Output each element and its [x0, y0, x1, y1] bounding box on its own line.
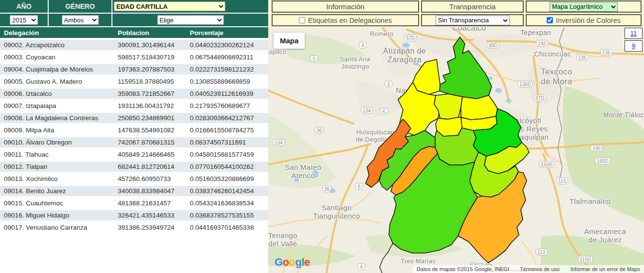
delegacion-cell: 09015. Cuauhtemoc — [0, 197, 114, 209]
table-row[interactable]: 09017. Venustiano Carranza391386.2539497… — [0, 221, 268, 234]
table-row[interactable]: 09011. Tlahuac405849.2146664650.04580156… — [0, 148, 268, 161]
year-label: AÑO — [16, 2, 31, 10]
informacion-header: Información — [272, 0, 419, 13]
inversion-checkbox[interactable] — [547, 17, 553, 23]
table-header-row: Delegación Poblacion Porcentaje — [0, 27, 268, 39]
table-row[interactable]: 09015. Cuauhtemoc481368.216314570.054324… — [0, 197, 268, 209]
poblacion-cell: 682441.812720614 — [114, 161, 186, 173]
table-row[interactable]: 09003. Coyoacan598517.5184307190.0675448… — [0, 51, 268, 63]
transparencia-header: Transparencia — [421, 0, 524, 13]
poblacion-cell: 147638.554991082 — [114, 124, 186, 136]
poblacion-cell: 391386.253949724 — [114, 221, 186, 234]
poblacion-cell: 1159518.37880495 — [114, 75, 186, 88]
elige-select[interactable]: Elige — [157, 15, 224, 25]
table-row[interactable]: 09016. Miguel Hidalgo326421.4351465330.0… — [0, 209, 268, 221]
delegacion-cell: 09003. Coyoacan — [0, 51, 114, 63]
poblacion-cell: 405849.214666465 — [114, 148, 186, 161]
porcentaje-cell: 0.0166615508784275 — [186, 124, 268, 136]
delegacion-cell: 09007. Iztapalapa — [0, 100, 114, 112]
col-poblacion: Poblacion — [114, 27, 186, 39]
maptype-header: Mapa Logarítmico — [526, 0, 642, 13]
filter-bar: AÑO GÉNERO EDAD CARTILLA 2015 Ambos Elig… — [0, 0, 268, 27]
google-logo-letter: o — [283, 256, 289, 268]
delegaciones-table: Delegación Poblacion Porcentaje 09002. A… — [0, 27, 268, 235]
delegacion-cell: 09010. Álvaro Obregon — [0, 136, 114, 148]
delegacion-cell: 09008. La Magdalena Contreras — [0, 112, 114, 124]
edad-cartilla-select[interactable]: EDAD CARTILLA — [114, 1, 225, 11]
poblacion-cell: 326421.435146533 — [114, 209, 186, 221]
porcentaje-cell: 0.0675448908692311 — [186, 51, 268, 63]
porcentaje-cell: 0.217935760689677 — [186, 100, 268, 112]
delegacion-cell: 09014. Benito Juarez — [0, 185, 114, 197]
porcentaje-cell: 0.0283093664212767 — [186, 112, 268, 124]
poblacion-cell: 742067.870681315 — [114, 136, 186, 148]
delegacion-cell: 09011. Tlahuac — [0, 148, 114, 161]
etiquetas-label-wrap: Etiquetas en Delegaciones — [299, 17, 392, 24]
porcentaje-cell: 0.0543241636838534 — [186, 197, 268, 209]
porcentaje-cell: 0.0440232300262124 — [186, 39, 268, 51]
porcentaje-cell: 0.0441693701465338 — [186, 221, 268, 234]
porcentaje-cell: 0.0770160544100262 — [186, 161, 268, 173]
map-zoom-link-9[interactable]: 9 — [625, 40, 643, 52]
gender-select[interactable]: Ambos — [62, 15, 99, 25]
google-logo-letter: e — [304, 256, 310, 268]
table-row[interactable]: 09002. Azcapotzalco390091.3014961440.044… — [0, 39, 268, 51]
map-canvas[interactable]: RomeroCoacalcoTepexpanAtizapán de Zarago… — [268, 27, 644, 273]
delegacion-cell: 09002. Azcapotzalco — [0, 39, 114, 51]
region-venustiano-carranza[interactable] — [461, 95, 497, 120]
poblacion-cell: 598517.518430719 — [114, 51, 186, 63]
table-row[interactable]: 09010. Álvaro Obregon742067.8706813150.0… — [0, 136, 268, 148]
etiquetas-checkbox[interactable] — [299, 17, 305, 23]
table-row[interactable]: 09012. Tlalpan682441.8127206140.07701605… — [0, 161, 268, 173]
delegacion-cell: 09005. Gustavo A. Madero — [0, 75, 114, 88]
col-delegacion: Delegación — [0, 27, 114, 39]
choropleth-layer — [268, 27, 644, 273]
table-row[interactable]: 09006. Iztacalco359083.7218526670.040523… — [0, 88, 268, 100]
table-row[interactable]: 09004. Cuajimalpa de Morelos197363.20788… — [0, 63, 268, 75]
transparencia-select[interactable]: Sin Transparencia — [436, 16, 510, 25]
porcentaje-cell: 0.0368378527535155 — [186, 209, 268, 221]
region-gustavo-a-madero[interactable] — [440, 37, 492, 99]
informacion-title: Información — [326, 2, 364, 11]
table-row[interactable]: 09014. Benito Juarez340038.8339840470.03… — [0, 185, 268, 197]
poblacion-cell: 197363.207887503 — [114, 63, 186, 75]
inversion-label-wrap: Inversión de Colores — [547, 17, 621, 24]
attribution-data: Datos de mapas ©2015 Google, INEGI — [417, 266, 509, 272]
porcentaje-cell: 0.0458015681577459 — [186, 148, 268, 161]
delegacion-cell: 09012. Tlalpan — [0, 161, 114, 173]
poblacion-cell: 250850.234869901 — [114, 112, 186, 124]
google-logo[interactable]: Google — [275, 256, 310, 269]
map-controls: Información Etiquetas en Delegaciones Tr… — [268, 0, 644, 27]
transparencia-title: Transparencia — [449, 2, 496, 11]
inversion-label: Inversión de Colores — [556, 17, 621, 24]
poblacion-cell: 481368.21631457 — [114, 197, 186, 209]
poblacion-cell: 340038.833984047 — [114, 185, 186, 197]
maptype-select[interactable]: Mapa Logarítmico — [550, 2, 618, 12]
col-porcentaje: Porcentaje — [186, 27, 268, 39]
porcentaje-cell: 0.0516035320886699 — [186, 173, 268, 185]
table-row[interactable]: 09008. La Magdalena Contreras250850.2348… — [0, 112, 268, 124]
table-row[interactable]: 09007. Iztapalapa1931136.004317920.21793… — [0, 100, 268, 112]
porcentaje-cell: 0.130855889669859 — [186, 75, 268, 88]
map-zoom-link-11[interactable]: 11 — [625, 28, 643, 39]
year-select[interactable]: 2015 — [10, 15, 38, 25]
report-error-link[interactable]: Informar de un error de Maps — [570, 266, 640, 272]
table-row[interactable]: 09005. Gustavo A. Madero1159518.37880495… — [0, 75, 268, 88]
terms-link[interactable]: Términos de uso — [520, 266, 560, 272]
porcentaje-cell: 0.0405239112616939 — [186, 88, 268, 100]
map-type-button[interactable]: Mapa — [274, 33, 305, 49]
poblacion-cell: 457260.60950733 — [114, 173, 186, 185]
inversion-cell: Inversión de Colores — [526, 14, 642, 26]
delegacion-cell: 09016. Miguel Hidalgo — [0, 209, 114, 221]
delegacion-cell: 09006. Iztacalco — [0, 88, 114, 100]
elige-select-cell: Elige — [112, 14, 268, 26]
delegacion-cell: 09013. Xochimilco — [0, 173, 114, 185]
table-row[interactable]: 09013. Xochimilco457260.609507330.051603… — [0, 173, 268, 185]
gender-label: GÉNERO — [65, 2, 95, 10]
etiquetas-label: Etiquetas en Delegaciones — [308, 17, 392, 24]
porcentaje-cell: 0.08374507311691 — [186, 136, 268, 148]
google-logo-letter: o — [289, 256, 295, 268]
table-row[interactable]: 09009. Milpa Alta147638.5549910820.01666… — [0, 124, 268, 136]
google-logo-letter: g — [295, 256, 302, 268]
edad-header-cell: EDAD CARTILLA — [112, 0, 268, 13]
